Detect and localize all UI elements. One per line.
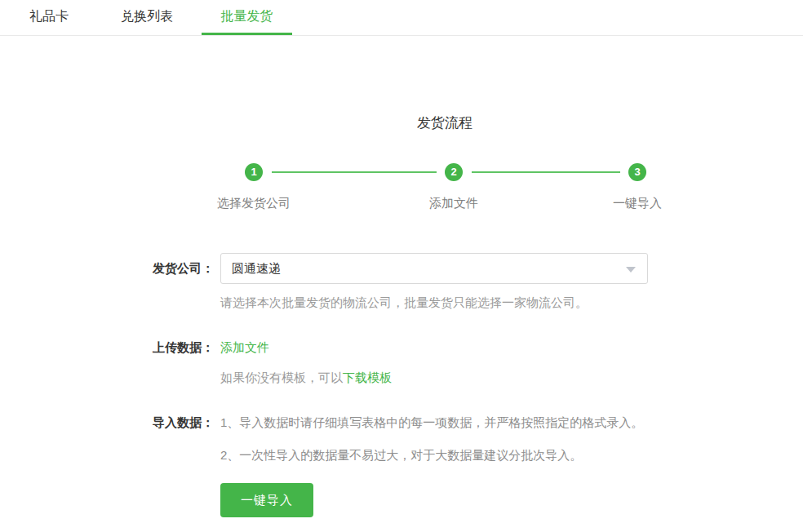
template-hint-text: 如果你没有模板，可以 <box>220 370 343 384</box>
chevron-down-icon <box>626 267 636 273</box>
download-template-link[interactable]: 下载模板 <box>343 370 392 384</box>
import-instruction-1: 1、导入数据时请仔细填写表格中的每一项数据，并严格按照指定的格式录入。 <box>220 415 643 431</box>
step-1-label: 选择发货公司 <box>217 196 291 211</box>
tab-bar: 礼品卡 兑换列表 批量发货 <box>0 0 803 36</box>
tab-gift-card[interactable]: 礼品卡 <box>29 7 69 35</box>
step-connector-1 <box>272 171 437 173</box>
tab-redeem-list[interactable]: 兑换列表 <box>121 7 173 35</box>
one-click-import-button[interactable]: 一键导入 <box>220 483 313 517</box>
page-title: 发货流程 <box>417 113 472 132</box>
tab-batch-shipping[interactable]: 批量发货 <box>202 7 292 35</box>
shipping-company-hint: 请选择本次批量发货的物流公司，批量发货只能选择一家物流公司。 <box>220 295 588 311</box>
step-3-label: 一键导入 <box>613 196 662 211</box>
shipping-company-value: 圆通速递 <box>232 254 281 283</box>
import-instruction-2: 2、一次性导入的数据量不易过大，对于大数据量建议分批次导入。 <box>220 448 582 463</box>
step-1-badge: 1 <box>245 163 263 181</box>
step-2-badge: 2 <box>445 163 463 181</box>
batch-shipping-page: 礼品卡 兑换列表 批量发货 发货流程 1 2 3 选择发货公司 添加文件 一键导… <box>0 0 803 532</box>
upload-data-label: 上传数据： <box>153 340 214 356</box>
step-connector-2 <box>472 171 620 173</box>
template-hint: 如果你没有模板，可以下载模板 <box>220 370 392 386</box>
shipping-company-label: 发货公司： <box>153 261 214 277</box>
shipping-company-select[interactable]: 圆通速递 <box>220 253 648 284</box>
import-data-label: 导入数据： <box>153 415 214 431</box>
step-3-badge: 3 <box>628 163 646 181</box>
add-file-link[interactable]: 添加文件 <box>220 340 269 356</box>
step-2-label: 添加文件 <box>429 196 478 211</box>
